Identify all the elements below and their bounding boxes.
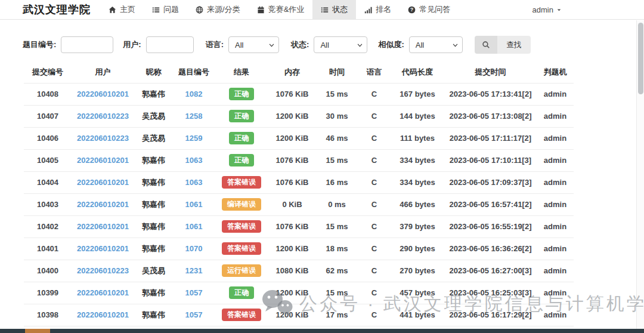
column-header: 提交时间 bbox=[444, 61, 537, 83]
memory-value: 1200 KiB bbox=[276, 288, 309, 297]
column-header: 提交编号 bbox=[24, 61, 72, 83]
nickname: 郭嘉伟 bbox=[142, 178, 165, 187]
submission-id: 10401 bbox=[37, 244, 58, 253]
language-value: C bbox=[371, 178, 377, 187]
submit-time: 2023-06-05 16:36:26[2] bbox=[449, 244, 531, 253]
user-input[interactable] bbox=[146, 36, 194, 53]
table-row: 10401 202206010201 郭嘉伟 1070 答案错误 1200 Ki… bbox=[24, 238, 574, 260]
nav-item-faq[interactable]: ? 常见问答 bbox=[400, 0, 459, 19]
user-link[interactable]: 202206010201 bbox=[77, 200, 129, 209]
code-length: 457 bytes bbox=[400, 288, 435, 297]
user-link[interactable]: 202206010201 bbox=[77, 156, 129, 165]
user-link[interactable]: 202206010201 bbox=[77, 90, 129, 98]
table-row: 10402 202206010201 郭嘉伟 1061 答案错误 1076 Ki… bbox=[24, 215, 574, 238]
time-value: 16 ms bbox=[326, 178, 348, 187]
video-progress-played bbox=[25, 329, 50, 333]
status-select[interactable]: All bbox=[314, 36, 367, 53]
problem-link[interactable]: 1070 bbox=[185, 244, 203, 253]
similarity-select-wrap: All bbox=[409, 36, 463, 53]
problem-link[interactable]: 1082 bbox=[185, 90, 203, 98]
nav-item-ranklist[interactable]: 排名 bbox=[356, 0, 400, 19]
nav-item-sources[interactable]: 来源/分类 bbox=[187, 0, 249, 19]
time-value: 17 ms bbox=[326, 310, 348, 319]
problem-link[interactable]: 1259 bbox=[185, 134, 203, 143]
nav-item-status[interactable]: 状态 bbox=[312, 0, 356, 19]
column-header: 代码长度 bbox=[391, 61, 444, 83]
user-link[interactable]: 202206010223 bbox=[77, 112, 129, 121]
submission-id: 10406 bbox=[37, 134, 58, 143]
scrollbar-thumb[interactable] bbox=[638, 23, 643, 94]
nav-item-contests[interactable]: 竞赛&作业 bbox=[249, 0, 313, 19]
time-value: 15 ms bbox=[326, 90, 348, 98]
submission-id: 10398 bbox=[37, 310, 58, 319]
time-value: 62 ms bbox=[326, 266, 348, 275]
problem-link[interactable]: 1061 bbox=[185, 222, 203, 231]
problem-link[interactable]: 1057 bbox=[185, 288, 203, 297]
language-value: C bbox=[371, 310, 377, 319]
user-link[interactable]: 202206010223 bbox=[77, 266, 129, 275]
code-length: 466 bytes bbox=[400, 200, 435, 209]
nav-item-label: 状态 bbox=[332, 4, 348, 15]
result-badge: 正确 bbox=[229, 286, 254, 299]
code-length: 334 bytes bbox=[400, 156, 435, 165]
judger: admin bbox=[544, 178, 566, 187]
user-link[interactable]: 202206010201 bbox=[77, 288, 129, 297]
problem-link[interactable]: 1258 bbox=[185, 112, 203, 121]
judger: admin bbox=[544, 134, 566, 143]
submission-id: 10408 bbox=[37, 90, 58, 98]
user-link[interactable]: 202206010201 bbox=[77, 178, 129, 187]
time-value: 46 ms bbox=[326, 134, 348, 143]
search-icon[interactable] bbox=[475, 36, 497, 54]
user-link[interactable]: 202206010201 bbox=[77, 222, 129, 231]
language-value: C bbox=[371, 244, 377, 253]
user-link[interactable]: 202206010201 bbox=[77, 310, 129, 319]
user-link[interactable]: 202206010223 bbox=[77, 134, 129, 143]
brand-logo[interactable]: 武汉文理学院 bbox=[23, 0, 91, 19]
code-length: 167 bytes bbox=[400, 90, 435, 98]
time-value: 15 ms bbox=[326, 156, 348, 165]
problem-link[interactable]: 1057 bbox=[185, 310, 203, 319]
nickname: 郭嘉伟 bbox=[142, 222, 165, 231]
memory-value: 1076 KiB bbox=[276, 90, 309, 98]
similarity-select[interactable]: All bbox=[409, 36, 463, 53]
table-row: 10400 202206010223 吴茂易 1231 运行错误 1080 Ki… bbox=[24, 260, 574, 282]
table-header: 提交编号用户昵称题目编号结果内存时间语言代码长度提交时间判题机 bbox=[24, 61, 574, 83]
problem-link[interactable]: 1061 bbox=[185, 200, 203, 209]
result-badge: 答案错误 bbox=[222, 242, 261, 255]
column-header: 时间 bbox=[316, 61, 358, 83]
problem-link[interactable]: 1063 bbox=[185, 178, 203, 187]
memory-value: 1200 KiB bbox=[276, 310, 309, 319]
nav-item-label: 常见问答 bbox=[419, 4, 450, 15]
submission-id: 10404 bbox=[37, 178, 58, 187]
nav-item-home[interactable]: 主页 bbox=[100, 0, 144, 19]
caret-down-icon bbox=[556, 5, 562, 14]
judger: admin bbox=[544, 222, 566, 231]
submit-time: 2023-06-05 17:13:41[2] bbox=[449, 90, 531, 98]
user-menu[interactable]: admin bbox=[532, 0, 562, 19]
submission-id: 10402 bbox=[37, 222, 58, 231]
nav-item-problems[interactable]: 问题 bbox=[144, 0, 187, 19]
time-value: 30 ms bbox=[326, 112, 348, 121]
submit-time: 2023-06-05 17:09:37[3] bbox=[449, 178, 531, 187]
user-link[interactable]: 202206010201 bbox=[77, 244, 129, 253]
language-label: 语言: bbox=[206, 39, 224, 50]
result-badge: 答案错误 bbox=[222, 176, 261, 189]
scrollbar-track[interactable] bbox=[636, 20, 644, 333]
code-length: 379 bytes bbox=[400, 222, 435, 231]
problem-id-input[interactable] bbox=[61, 36, 113, 53]
submission-id: 10405 bbox=[37, 156, 58, 165]
submit-time: 2023-06-05 17:10:11[3] bbox=[450, 156, 531, 165]
time-value: 15 ms bbox=[326, 222, 348, 231]
problem-link[interactable]: 1231 bbox=[185, 266, 203, 275]
nickname: 吴茂易 bbox=[142, 266, 165, 275]
judger: admin bbox=[544, 200, 566, 209]
submission-id: 10399 bbox=[37, 288, 58, 297]
video-progress-bar[interactable] bbox=[0, 329, 644, 333]
search-button[interactable]: 查找 bbox=[497, 36, 531, 54]
result-badge: 运行错误 bbox=[222, 264, 261, 277]
language-select[interactable]: All bbox=[228, 36, 279, 53]
signal-bars-icon bbox=[364, 6, 372, 14]
memory-value: 1200 KiB bbox=[276, 134, 309, 143]
problem-link[interactable]: 1063 bbox=[185, 156, 203, 165]
language-value: C bbox=[371, 156, 377, 165]
